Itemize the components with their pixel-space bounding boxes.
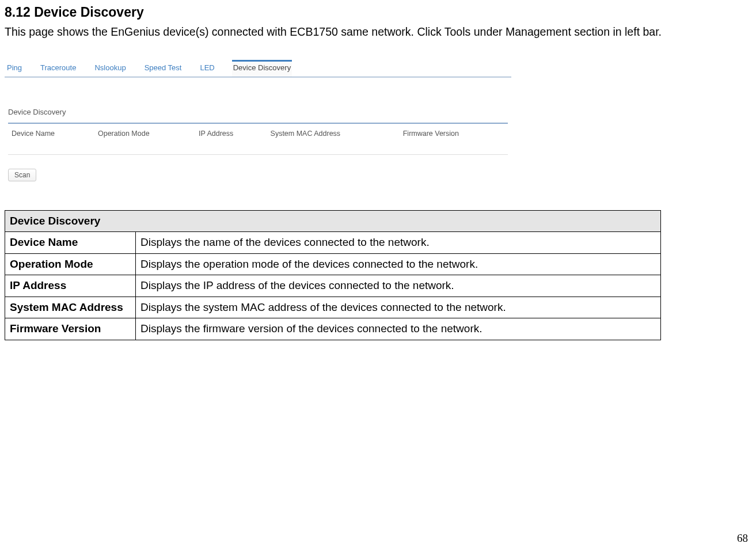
- tab-speed-test[interactable]: Speed Test: [143, 60, 183, 77]
- tab-led[interactable]: LED: [199, 60, 215, 77]
- table-row: IP Address Displays the IP address of th…: [5, 275, 661, 297]
- col-firmware-version: Firmware Version: [400, 123, 508, 154]
- tab-device-discovery[interactable]: Device Discovery: [232, 60, 292, 77]
- table-row: Device Name Displays the name of the dev…: [5, 232, 661, 254]
- col-system-mac: System MAC Address: [267, 123, 400, 154]
- term-ip-address: IP Address: [5, 275, 136, 297]
- desc-firmware-version: Displays the firmware version of the dev…: [136, 318, 661, 340]
- col-ip-address: IP Address: [195, 123, 267, 154]
- tab-ping[interactable]: Ping: [6, 60, 23, 77]
- tools-tabs: Ping Traceroute Nslookup Speed Test LED …: [5, 58, 511, 77]
- term-device-name: Device Name: [5, 232, 136, 254]
- definition-table: Device Discovery Device Name Displays th…: [5, 210, 661, 340]
- desc-operation-mode: Displays the operation mode of the devic…: [136, 253, 661, 275]
- table-row: System MAC Address Displays the system M…: [5, 297, 661, 318]
- term-operation-mode: Operation Mode: [5, 253, 136, 275]
- tools-panel: Ping Traceroute Nslookup Speed Test LED …: [5, 58, 511, 187]
- col-operation-mode: Operation Mode: [94, 123, 195, 154]
- table-row: Operation Mode Displays the operation mo…: [5, 253, 661, 275]
- tab-nslookup[interactable]: Nslookup: [93, 60, 127, 77]
- desc-ip-address: Displays the IP address of the devices c…: [136, 275, 661, 297]
- section-heading: 8.12 Device Discovery: [5, 2, 747, 22]
- section-intro: This page shows the EnGenius device(s) c…: [5, 24, 747, 40]
- definition-table-header: Device Discovery: [5, 210, 661, 232]
- table-row: Firmware Version Displays the firmware v…: [5, 318, 661, 340]
- term-system-mac: System MAC Address: [5, 297, 136, 318]
- scan-button[interactable]: Scan: [8, 169, 36, 181]
- tab-traceroute[interactable]: Traceroute: [39, 60, 77, 77]
- col-device-name: Device Name: [8, 123, 94, 154]
- term-firmware-version: Firmware Version: [5, 318, 136, 340]
- desc-system-mac: Displays the system MAC address of the d…: [136, 297, 661, 318]
- device-discovery-table: Device Name Operation Mode IP Address Sy…: [8, 123, 508, 155]
- panel-title: Device Discovery: [8, 107, 508, 118]
- desc-device-name: Displays the name of the devices connect…: [136, 232, 661, 254]
